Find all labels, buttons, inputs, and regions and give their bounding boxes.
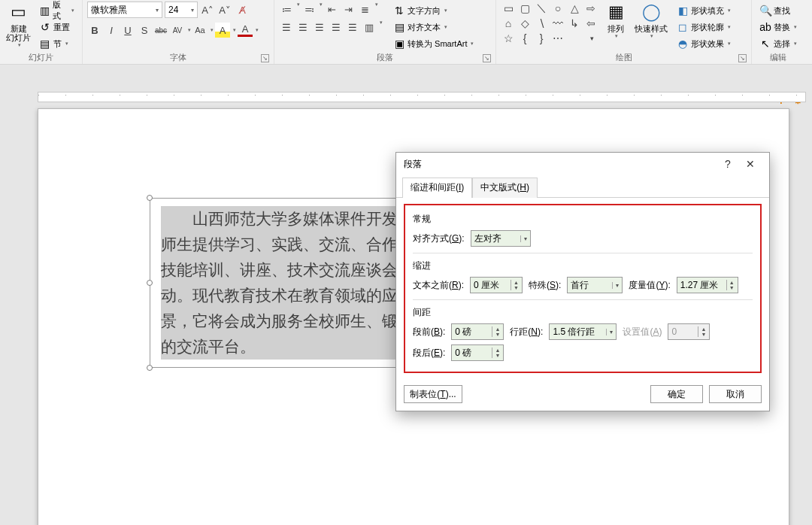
select-icon: ↖ — [759, 38, 771, 50]
distribute-button[interactable]: ☰ — [345, 20, 360, 35]
special-label: 特殊(S): — [529, 279, 561, 292]
shape-diamond-icon[interactable]: ◇ — [517, 17, 532, 30]
align-text-button[interactable]: ▤对齐文本▾ — [390, 20, 477, 35]
replace-button[interactable]: ab替换▾ — [756, 20, 800, 35]
before-text-spin[interactable]: 0 厘米▲▼ — [470, 277, 523, 293]
font-dialog-launcher[interactable]: ↘ — [261, 54, 269, 62]
align-right-button[interactable]: ☰ — [312, 20, 327, 35]
highlight-button[interactable]: A — [215, 23, 230, 38]
paragraph-dialog: 段落 ? ✕ 缩进和间距(I) 中文版式(H) 常规 对齐方式(G): 左对齐▾… — [395, 152, 770, 411]
italic-button[interactable]: I — [104, 23, 119, 38]
increase-indent-button[interactable]: ⇥ — [341, 2, 356, 17]
arrange-icon: ▦ — [603, 2, 629, 23]
strike-button[interactable]: abc — [153, 23, 168, 38]
decrease-indent-button[interactable]: ⇤ — [324, 2, 339, 17]
dialog-tabs: 缩进和间距(I) 中文版式(H) — [396, 175, 769, 198]
before-para-spin[interactable]: 0 磅▲▼ — [451, 323, 504, 340]
at-label: 设置值(A) — [623, 326, 662, 338]
alignment-label: 对齐方式(G): — [413, 232, 465, 245]
font-name-combo[interactable]: 微软雅黑▾ — [87, 2, 162, 18]
before-para-label: 段前(B): — [413, 326, 445, 338]
smartart-button[interactable]: ▣转换为 SmartArt▾ — [390, 36, 477, 51]
section-button[interactable]: ▤节▾ — [36, 36, 77, 51]
shape-rect-icon[interactable]: ▭ — [501, 2, 516, 15]
underline-button[interactable]: U — [120, 23, 135, 38]
align-text-icon: ▤ — [393, 21, 405, 33]
shape-line-icon[interactable]: ＼ — [534, 2, 549, 15]
font-color-button[interactable]: A — [238, 24, 253, 37]
select-button[interactable]: ↖选择▾ — [756, 36, 800, 51]
shape-more-icon[interactable]: ⋯ — [550, 32, 565, 45]
numbering-button[interactable]: ≕ — [301, 2, 317, 17]
shape-effects-button[interactable]: ◓形状效果▾ — [674, 36, 734, 51]
shape-outline-icon: ◻ — [677, 21, 689, 33]
reset-button[interactable]: ↺重置 — [36, 20, 77, 35]
line-spacing-button[interactable]: ≣ — [357, 2, 372, 17]
arrange-button[interactable]: ▦ 排列▾ — [603, 2, 629, 39]
new-slide-button[interactable]: ▭ 新建 幻灯片 ▾ — [5, 2, 33, 48]
char-spacing-button[interactable]: AV — [170, 23, 185, 38]
tabs-button[interactable]: 制表位(T)... — [404, 385, 462, 403]
shape-effects-icon: ◓ — [677, 38, 689, 50]
bold-button[interactable]: B — [87, 23, 102, 38]
tab-indent-spacing[interactable]: 缩进和间距(I) — [402, 178, 472, 198]
shape-arrow-icon[interactable]: ⇨ — [583, 2, 598, 15]
shape-fill-icon: ◧ — [677, 5, 689, 17]
alignment-combo[interactable]: 左对齐▾ — [471, 230, 531, 247]
help-button[interactable]: ? — [717, 153, 739, 175]
shape-oval-icon[interactable]: ○ — [550, 2, 565, 15]
section-general: 常规 — [413, 213, 753, 226]
shadow-button[interactable]: S — [137, 23, 152, 38]
bullets-button[interactable]: ≔ — [279, 2, 294, 17]
special-combo[interactable]: 首行▾ — [567, 277, 623, 293]
shrink-font-icon[interactable]: A˅ — [217, 2, 232, 17]
shape-brace2-icon[interactable]: } — [534, 32, 549, 45]
shape-fill-button[interactable]: ◧形状填充▾ — [674, 3, 734, 18]
section-indent: 缩进 — [413, 259, 753, 272]
text-direction-icon: ⇅ — [393, 5, 405, 17]
shape-star-icon[interactable]: ☆ — [501, 32, 516, 45]
shape-triangle-icon[interactable]: △ — [567, 2, 582, 15]
shape-callout-icon[interactable]: ⌂ — [501, 17, 516, 30]
find-icon: 🔍 — [759, 5, 771, 17]
after-para-spin[interactable]: 0 磅▲▼ — [451, 344, 504, 361]
layout-button[interactable]: ▥版式▾ — [36, 3, 77, 18]
shape-rrect-icon[interactable]: ▢ — [517, 2, 532, 15]
reset-icon: ↺ — [39, 21, 51, 33]
align-left-button[interactable]: ☰ — [279, 20, 294, 35]
text-direction-button[interactable]: ⇅文字方向▾ — [390, 3, 477, 18]
group-editing: 🔍查找 ab替换▾ ↖选择▾ 编辑 — [752, 0, 804, 64]
shape-outline-button[interactable]: ◻形状轮廓▾ — [674, 20, 734, 35]
justify-button[interactable]: ☰ — [329, 20, 344, 35]
line-spacing-combo[interactable]: 1.5 倍行距▾ — [549, 323, 617, 340]
line-spacing-label: 行距(N): — [510, 326, 543, 338]
ok-button[interactable]: 确定 — [650, 385, 703, 403]
group-font: 微软雅黑▾ 24▾ A˄ A˅ A̸ B I U S abc AV ▾ Aa ▾… — [83, 0, 274, 64]
close-button[interactable]: ✕ — [739, 153, 762, 175]
horizontal-ruler[interactable] — [38, 92, 806, 102]
shapes-gallery[interactable]: ▭▢＼○△⇨ ⌂◇∖〰↳⇦ ☆{}⋯▾ — [501, 2, 598, 45]
shape-arrowl-icon[interactable]: ⇦ — [583, 17, 598, 30]
smartart-icon: ▣ — [393, 38, 405, 50]
shape-connector-icon[interactable]: ↳ — [567, 17, 582, 30]
columns-button[interactable]: ▥ — [362, 20, 377, 35]
shape-brace-icon[interactable]: { — [517, 32, 532, 45]
grow-font-icon[interactable]: A˄ — [200, 2, 215, 17]
highlighted-section: 常规 对齐方式(G): 左对齐▾ 缩进 文本之前(R): 0 厘米▲▼ 特殊(S… — [404, 204, 762, 373]
change-case-button[interactable]: Aa — [192, 23, 208, 38]
by-spin[interactable]: 1.27 厘米▲▼ — [677, 277, 738, 293]
tab-asian[interactable]: 中文版式(H) — [472, 178, 538, 198]
find-button[interactable]: 🔍查找 — [756, 3, 800, 18]
cancel-button[interactable]: 取消 — [709, 385, 762, 403]
quick-styles-button[interactable]: ◯ 快速样式▾ — [633, 2, 669, 39]
shape-line2-icon[interactable]: ∖ — [534, 17, 549, 30]
drawing-dialog-launcher[interactable]: ↘ — [738, 54, 747, 62]
paragraph-dialog-launcher[interactable]: ↘ — [483, 54, 491, 62]
dialog-title: 段落 — [404, 158, 422, 171]
clear-format-icon[interactable]: A̸ — [235, 2, 250, 17]
font-size-combo[interactable]: 24▾ — [165, 2, 198, 18]
dialog-titlebar[interactable]: 段落 ? ✕ — [396, 153, 769, 175]
shape-curve-icon[interactable]: 〰 — [550, 17, 565, 30]
group-slides: ▭ 新建 幻灯片 ▾ ▥版式▾ ↺重置 ▤节▾ 幻灯片 — [0, 0, 83, 64]
align-center-button[interactable]: ☰ — [295, 20, 311, 35]
